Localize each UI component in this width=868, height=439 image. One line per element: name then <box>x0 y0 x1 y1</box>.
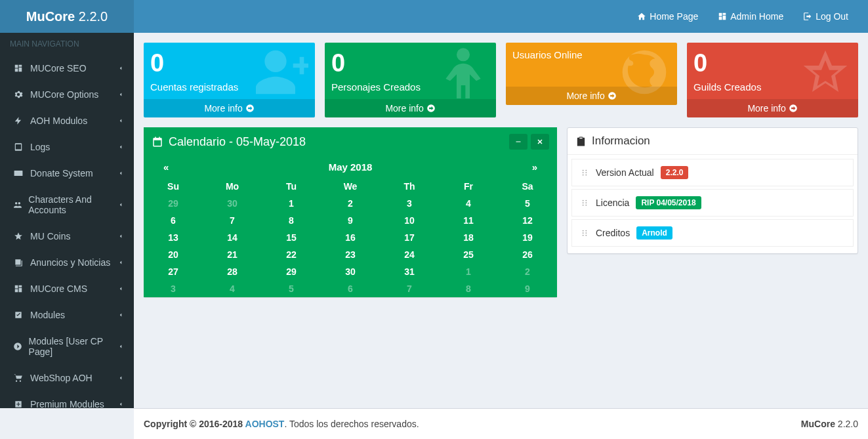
stat-online-more[interactable]: More info <box>506 87 677 105</box>
cal-day[interactable]: 3 <box>144 280 203 297</box>
cal-day[interactable]: 4 <box>203 280 262 297</box>
cal-day[interactable]: 9 <box>498 280 557 297</box>
cal-day[interactable]: 5 <box>262 280 321 297</box>
sidebar-item-label: Logs <box>30 142 50 152</box>
cal-day[interactable]: 8 <box>439 280 498 297</box>
tablet-icon <box>12 142 25 152</box>
cal-day[interactable]: 20 <box>144 246 203 263</box>
info-title: Informacion <box>592 135 650 148</box>
cal-day[interactable]: 9 <box>321 212 380 229</box>
sidebar-item-3[interactable]: Logs <box>0 134 134 160</box>
home-icon <box>637 12 646 21</box>
sidebar-item-8[interactable]: MUCore CMS <box>0 276 134 302</box>
chevron-left-icon <box>117 343 124 350</box>
info-version-badge: 2.2.0 <box>661 166 689 179</box>
sidebar-item-label: Premium Modules <box>30 399 104 408</box>
sidebar-item-9[interactable]: Modules <box>0 302 134 328</box>
nav-home-page[interactable]: Home Page <box>627 1 708 31</box>
cal-day[interactable]: 31 <box>380 263 439 280</box>
cal-day[interactable]: 27 <box>144 263 203 280</box>
chevron-left-icon <box>117 285 124 293</box>
cal-day-header: Su <box>144 178 203 195</box>
sidebar-item-label: Modules <box>30 310 65 320</box>
cal-day[interactable]: 30 <box>321 263 380 280</box>
cal-day[interactable]: 18 <box>439 229 498 246</box>
sidebar-item-6[interactable]: MU Coins <box>0 223 134 249</box>
sidebar-item-10[interactable]: Modules [User CP Page] <box>0 328 134 365</box>
dashboard-icon <box>12 63 25 73</box>
drag-icon[interactable] <box>580 167 589 178</box>
cal-day[interactable]: 6 <box>321 280 380 297</box>
arrow-circle-icon <box>789 104 798 113</box>
cal-day[interactable]: 14 <box>203 229 262 246</box>
sidebar-item-11[interactable]: WebShop AOH <box>0 365 134 391</box>
cal-day[interactable]: 30 <box>203 195 262 212</box>
cal-day[interactable]: 5 <box>498 195 557 212</box>
calendar-prev[interactable]: « <box>163 161 169 173</box>
cal-day[interactable]: 7 <box>203 212 262 229</box>
calendar-body: « May 2018 » SuMoTuWeThFrSa2930123456789… <box>144 156 557 297</box>
cal-day[interactable]: 2 <box>321 195 380 212</box>
cal-day[interactable]: 24 <box>380 246 439 263</box>
cal-day[interactable]: 12 <box>498 212 557 229</box>
remove-button[interactable] <box>531 134 549 150</box>
stat-online-label: Usuarios Online <box>512 49 671 60</box>
cal-day[interactable]: 22 <box>262 246 321 263</box>
cal-day[interactable]: 17 <box>380 229 439 246</box>
footer-suffix: . Todos los derechos reservados. <box>284 419 419 429</box>
cal-day[interactable]: 29 <box>262 263 321 280</box>
sidebar-item-0[interactable]: MUCore SEO <box>0 55 134 81</box>
sidebar: MAIN NAVIGATION MUCore SEOMUCore Options… <box>0 33 134 408</box>
drag-icon[interactable] <box>580 198 589 208</box>
cal-day[interactable]: 29 <box>144 195 203 212</box>
logo[interactable]: MuCore 2.2.0 <box>0 0 134 33</box>
collapse-button[interactable] <box>509 134 527 150</box>
stat-accounts-label: Cuentas registradas <box>150 81 308 93</box>
cal-day[interactable]: 2 <box>498 263 557 280</box>
nav-admin-home[interactable]: Admin Home <box>708 1 793 31</box>
sidebar-item-label: Characters And Accounts <box>28 194 117 215</box>
cal-day[interactable]: 4 <box>439 195 498 212</box>
cal-day[interactable]: 26 <box>498 246 557 263</box>
stat-characters-more[interactable]: More info <box>325 99 496 117</box>
cal-day[interactable]: 1 <box>262 195 321 212</box>
calendar-box: Calendario - 05-May-2018 « May 2018 » <box>144 127 557 297</box>
nav-logout[interactable]: Log Out <box>793 1 858 31</box>
sidebar-item-4[interactable]: Donate System <box>0 160 134 186</box>
cal-day[interactable]: 8 <box>262 212 321 229</box>
sidebar-item-label: Anuncios y Noticias <box>30 257 110 268</box>
calendar-next[interactable]: » <box>532 161 537 173</box>
chevron-left-icon <box>117 170 124 177</box>
cal-day[interactable]: 6 <box>144 212 203 229</box>
sidebar-item-label: Modules [User CP Page] <box>29 336 117 357</box>
footer-company-link[interactable]: AOHOST <box>245 419 285 429</box>
cal-day[interactable]: 23 <box>321 246 380 263</box>
dashboard-icon <box>12 283 25 294</box>
cal-day[interactable]: 21 <box>203 246 262 263</box>
cal-day[interactable]: 7 <box>380 280 439 297</box>
sidebar-item-5[interactable]: Characters And Accounts <box>0 186 134 223</box>
stat-guilds-more[interactable]: More info <box>687 99 858 117</box>
chevron-left-icon <box>117 65 124 72</box>
sidebar-item-7[interactable]: Anuncios y Noticias <box>0 249 134 276</box>
cal-day[interactable]: 25 <box>439 246 498 263</box>
chevron-left-icon <box>117 375 124 382</box>
stat-accounts-more[interactable]: More info <box>144 99 315 117</box>
cal-day[interactable]: 1 <box>439 263 498 280</box>
cal-day[interactable]: 13 <box>144 229 203 246</box>
sidebar-item-12[interactable]: Premium Modules <box>0 391 134 408</box>
stat-characters-value: 0 <box>331 49 489 77</box>
cal-day[interactable]: 3 <box>380 195 439 212</box>
cal-day[interactable]: 15 <box>262 229 321 246</box>
cal-day[interactable]: 10 <box>380 212 439 229</box>
cal-day[interactable]: 19 <box>498 229 557 246</box>
main-header: MuCore 2.2.0 Home Page Admin Home Log Ou… <box>0 0 868 33</box>
cal-day[interactable]: 16 <box>321 229 380 246</box>
cal-day[interactable]: 28 <box>203 263 262 280</box>
sidebar-item-1[interactable]: MUCore Options <box>0 81 134 108</box>
info-license-row: Licencia RIP 04/05/2018 <box>571 189 854 217</box>
sidebar-item-2[interactable]: AOH Modulos <box>0 108 134 134</box>
cal-day[interactable]: 11 <box>439 212 498 229</box>
drag-icon[interactable] <box>580 228 589 238</box>
calendar-month: May 2018 <box>329 161 373 173</box>
